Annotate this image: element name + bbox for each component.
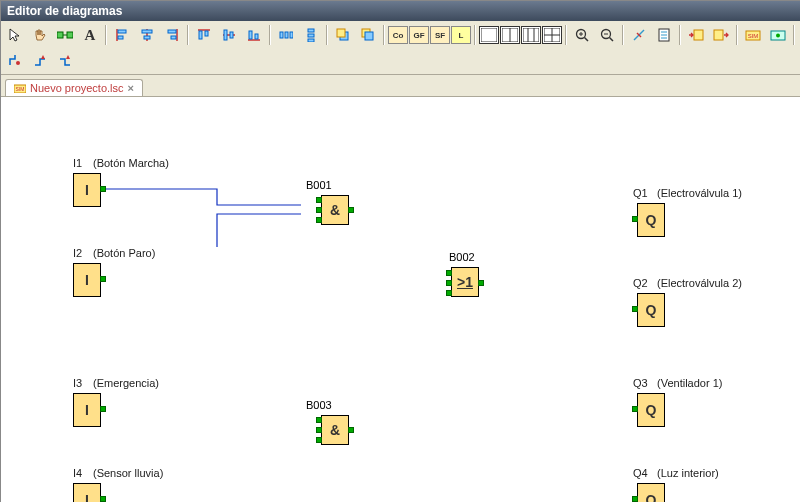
cut-wire-tool[interactable] xyxy=(627,23,651,47)
distribute-v[interactable] xyxy=(299,23,323,47)
svg-rect-53 xyxy=(694,30,703,40)
pin xyxy=(348,207,354,213)
svg-rect-1 xyxy=(67,32,73,38)
or-gate-b002[interactable]: >1 xyxy=(451,267,479,297)
block-desc: (Electroválvula 1) xyxy=(657,187,742,199)
toolbar-sep xyxy=(383,25,385,45)
svg-rect-24 xyxy=(308,29,314,32)
output-block-q2[interactable]: Q xyxy=(637,293,665,327)
from-plc-tool[interactable] xyxy=(709,23,733,47)
toolbar: A Co GF SF L SIM xyxy=(1,21,800,75)
block-id: I3 xyxy=(73,377,82,389)
zoom-in[interactable] xyxy=(570,23,594,47)
block-desc: (Botón Paro) xyxy=(93,247,155,259)
input-block-i1[interactable]: I xyxy=(73,173,101,207)
toolbar-sep xyxy=(736,25,738,45)
svg-rect-34 xyxy=(523,28,539,42)
align-bottom[interactable] xyxy=(242,23,266,47)
pin xyxy=(446,290,452,296)
layout-1col[interactable] xyxy=(479,26,499,44)
and-gate-b001[interactable]: & xyxy=(321,195,349,225)
block-id: B002 xyxy=(449,251,475,263)
align-top[interactable] xyxy=(192,23,216,47)
toolbar-sep xyxy=(326,25,328,45)
pin xyxy=(316,217,322,223)
tab-nuevo-proyecto[interactable]: SIM Nuevo proyecto.lsc × xyxy=(5,79,143,96)
step-tool-2[interactable] xyxy=(28,48,52,72)
link-tool[interactable] xyxy=(53,23,77,47)
basic-fn-lib[interactable]: GF xyxy=(409,26,429,44)
block-desc: (Ventilador 1) xyxy=(657,377,722,389)
zoom-out[interactable] xyxy=(595,23,619,47)
output-block-q3[interactable]: Q xyxy=(637,393,665,427)
svg-rect-28 xyxy=(337,29,345,37)
constants-lib[interactable]: Co xyxy=(388,26,408,44)
step-tool-1[interactable] xyxy=(3,48,27,72)
and-gate-b003[interactable]: & xyxy=(321,415,349,445)
svg-rect-16 xyxy=(224,30,227,40)
text-tool[interactable]: A xyxy=(78,23,102,47)
pin xyxy=(446,270,452,276)
svg-rect-8 xyxy=(144,36,150,39)
block-desc: (Sensor lluvia) xyxy=(93,467,163,479)
input-block-i4[interactable]: I xyxy=(73,483,101,502)
online-test-tool[interactable] xyxy=(766,23,790,47)
block-id: I4 xyxy=(73,467,82,479)
output-block-q4[interactable]: Q xyxy=(637,483,665,502)
svg-rect-21 xyxy=(280,32,283,38)
diagram-file-icon: SIM xyxy=(14,83,26,93)
block-id: I1 xyxy=(73,157,82,169)
svg-rect-26 xyxy=(308,39,314,42)
step-tool-3[interactable] xyxy=(53,48,77,72)
svg-rect-4 xyxy=(118,30,126,33)
svg-rect-54 xyxy=(714,30,723,40)
pin xyxy=(478,280,484,286)
align-left[interactable] xyxy=(110,23,134,47)
pin xyxy=(100,406,106,412)
hand-tool[interactable] xyxy=(28,23,52,47)
bring-front[interactable] xyxy=(331,23,355,47)
close-icon[interactable]: × xyxy=(128,82,134,94)
toolbar-sep xyxy=(105,25,107,45)
toolbar-sep xyxy=(679,25,681,45)
toolbar-sep xyxy=(269,25,271,45)
block-id: I2 xyxy=(73,247,82,259)
align-hcenter[interactable] xyxy=(217,23,241,47)
page-tool[interactable] xyxy=(652,23,676,47)
block-id: Q2 xyxy=(633,277,648,289)
align-right[interactable] xyxy=(160,23,184,47)
block-id: B003 xyxy=(306,399,332,411)
distribute-h[interactable] xyxy=(274,23,298,47)
pin xyxy=(316,427,322,433)
input-block-i2[interactable]: I xyxy=(73,263,101,297)
svg-rect-20 xyxy=(255,34,258,39)
pin xyxy=(348,427,354,433)
goto-plc-tool[interactable] xyxy=(684,23,708,47)
output-block-q1[interactable]: Q xyxy=(637,203,665,237)
window-title: Editor de diagramas xyxy=(1,1,800,21)
svg-text:SIM: SIM xyxy=(16,86,25,92)
simulation-tool[interactable]: SIM xyxy=(741,23,765,47)
input-block-i3[interactable]: I xyxy=(73,393,101,427)
pin xyxy=(446,280,452,286)
svg-rect-5 xyxy=(118,36,123,39)
logic-lib[interactable]: L xyxy=(451,26,471,44)
pointer-tool[interactable] xyxy=(3,23,27,47)
align-vcenter[interactable] xyxy=(135,23,159,47)
layout-2col[interactable] xyxy=(500,26,520,44)
special-fn-lib[interactable]: SF xyxy=(430,26,450,44)
layout-3col[interactable] xyxy=(521,26,541,44)
send-back[interactable] xyxy=(356,23,380,47)
block-desc: (Emergencia) xyxy=(93,377,159,389)
wires-layer xyxy=(1,97,301,247)
svg-rect-30 xyxy=(365,32,373,40)
pin xyxy=(100,186,106,192)
toolbar-sep xyxy=(187,25,189,45)
svg-rect-31 xyxy=(481,28,497,42)
svg-rect-10 xyxy=(168,30,176,33)
svg-point-58 xyxy=(776,34,780,38)
pin xyxy=(316,197,322,203)
block-desc: (Botón Marcha) xyxy=(93,157,169,169)
layout-grid[interactable] xyxy=(542,26,562,44)
diagram-canvas[interactable]: I1 (Botón Marcha) I I2 (Botón Paro) I I3… xyxy=(1,97,800,502)
